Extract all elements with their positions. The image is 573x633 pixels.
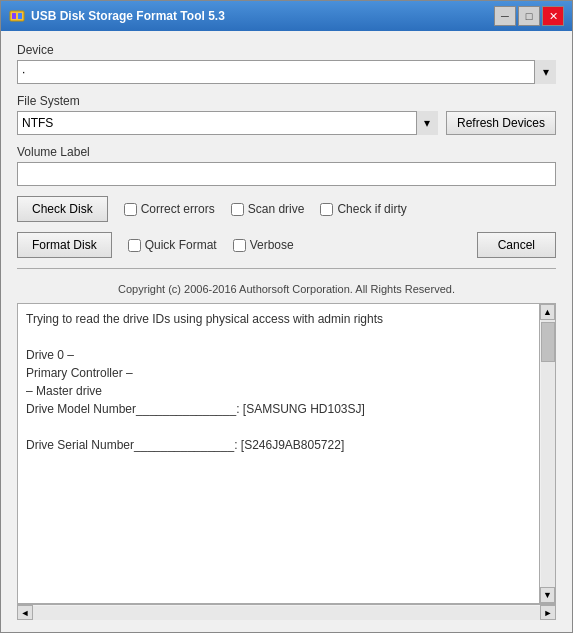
minimize-button[interactable]: ─ [494,6,516,26]
separator [17,268,556,269]
verbose-label[interactable]: Verbose [250,238,294,252]
scroll-right-button[interactable]: ► [540,605,556,620]
filesystem-label: File System [17,94,556,108]
scroll-down-button[interactable]: ▼ [540,587,555,603]
log-section: Trying to read the drive IDs using physi… [17,303,556,620]
svg-rect-2 [18,13,22,19]
volume-section: Volume Label [17,145,556,186]
scroll-thumb[interactable] [541,322,555,362]
scroll-track-h[interactable] [33,606,540,620]
log-container: Trying to read the drive IDs using physi… [17,303,556,604]
quick-format-label[interactable]: Quick Format [145,238,217,252]
filesystem-section: File System NTFS FAT32 FAT exFAT ▾ Refre… [17,94,556,135]
vertical-scrollbar[interactable]: ▲ ▼ [539,304,555,603]
device-label: Device [17,43,556,57]
device-section: Device · ▾ [17,43,556,84]
scroll-up-button[interactable]: ▲ [540,304,555,320]
svg-rect-1 [12,13,16,19]
quick-format-checkbox[interactable] [128,239,141,252]
refresh-devices-button[interactable]: Refresh Devices [446,111,556,135]
cancel-button[interactable]: Cancel [477,232,556,258]
content-area: Device · ▾ File System NTFS FAT32 FAT ex… [1,31,572,632]
scan-drive-checkbox[interactable] [231,203,244,216]
volume-input[interactable] [17,162,556,186]
close-button[interactable]: ✕ [542,6,564,26]
device-select[interactable]: · [17,60,556,84]
volume-label: Volume Label [17,145,556,159]
scroll-left-button[interactable]: ◄ [17,605,33,620]
filesystem-select-wrapper: NTFS FAT32 FAT exFAT ▾ [17,111,438,135]
check-row: Check Disk Correct errors Scan drive Che… [17,196,556,222]
correct-errors-label[interactable]: Correct errors [141,202,215,216]
quick-format-group: Quick Format [128,238,217,252]
check-dirty-label[interactable]: Check if dirty [337,202,406,216]
scan-drive-group: Scan drive [231,202,305,216]
check-disk-button[interactable]: Check Disk [17,196,108,222]
check-dirty-checkbox[interactable] [320,203,333,216]
copyright-text: Copyright (c) 2006-2016 Authorsoft Corpo… [17,277,556,303]
filesystem-row: NTFS FAT32 FAT exFAT ▾ Refresh Devices [17,111,556,135]
verbose-group: Verbose [233,238,294,252]
window-controls: ─ □ ✕ [494,6,564,26]
correct-errors-checkbox[interactable] [124,203,137,216]
correct-errors-group: Correct errors [124,202,215,216]
app-icon [9,8,25,24]
horizontal-scrollbar[interactable]: ◄ ► [17,604,556,620]
scroll-track[interactable] [541,320,555,587]
device-select-wrapper: · ▾ [17,60,556,84]
title-bar: USB Disk Storage Format Tool 5.3 ─ □ ✕ [1,1,572,31]
verbose-checkbox[interactable] [233,239,246,252]
main-window: USB Disk Storage Format Tool 5.3 ─ □ ✕ D… [0,0,573,633]
format-disk-button[interactable]: Format Disk [17,232,112,258]
filesystem-select[interactable]: NTFS FAT32 FAT exFAT [17,111,438,135]
scan-drive-label[interactable]: Scan drive [248,202,305,216]
format-row: Format Disk Quick Format Verbose Cancel [17,232,556,258]
check-dirty-group: Check if dirty [320,202,406,216]
log-output[interactable]: Trying to read the drive IDs using physi… [18,304,539,603]
maximize-button[interactable]: □ [518,6,540,26]
window-title: USB Disk Storage Format Tool 5.3 [31,9,494,23]
